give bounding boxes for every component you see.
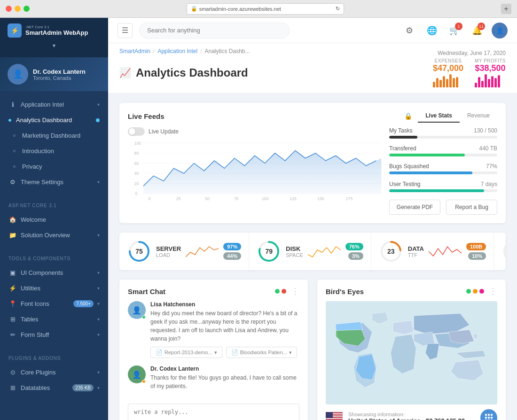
task-item: User Testing 7 days: [389, 181, 497, 192]
live-feeds-card: Live Feeds 🔒 Live Stats Revenue: [119, 103, 506, 223]
sidebar-item-core-plugins[interactable]: ⊙ Core Plugins ▾: [0, 365, 108, 380]
msg-text-2: Thanks for the file! You guys go ahead, …: [150, 373, 299, 390]
svg-rect-32: [326, 418, 343, 419]
sub-indicator: [13, 165, 16, 168]
sidebar-item-introduction[interactable]: Introduction: [0, 143, 108, 159]
maximize-button[interactable]: [24, 6, 30, 12]
live-feeds-title: Live Feeds: [128, 112, 164, 120]
chat-messages: 👤 Lisa Hatchensen Hey did you meet the n…: [119, 301, 308, 404]
page-title: Analytics Dashboard: [136, 66, 248, 79]
sidebar-item-analytics-dashboard[interactable]: Analytics Dashboard: [0, 112, 108, 128]
live-feeds-header: Live Feeds 🔒 Live Stats Revenue: [119, 103, 506, 127]
attachment-report[interactable]: 📄 Report-2013-demo... ▾: [150, 347, 222, 358]
chevron-down-icon: ▾: [97, 102, 100, 107]
online-indicator: [142, 315, 146, 319]
chat-more-button[interactable]: ⋮: [291, 286, 299, 296]
svg-text:50: 50: [205, 196, 210, 201]
main-content: ☰ ⚙ 🌐 🛒 1 🔔 11 👤: [108, 18, 517, 420]
globe-button[interactable]: 🌐: [424, 23, 440, 39]
user-avatar-button[interactable]: 👤: [492, 23, 508, 39]
map-more-button[interactable]: ⋮: [489, 286, 497, 296]
map-header: Bird's Eyes ⋮: [317, 280, 506, 301]
sidebar-item-font-icons[interactable]: 📍 Font Icons 7,500+ ▾: [0, 296, 108, 311]
pdf-icon: 📄: [156, 349, 163, 356]
server-load-circle: 75: [127, 239, 151, 264]
metric-server-load: 75 SERVER LOAD 97% 44%: [119, 233, 249, 270]
card-tabs: Live Stats Revenue: [418, 109, 497, 123]
new-tab-button[interactable]: +: [501, 4, 511, 14]
sidebar-item-marketing-dashboard[interactable]: Marketing Dashboard: [0, 128, 108, 143]
breadcrumb-sep1: /: [153, 48, 155, 54]
chevron-down-icon: ▾: [97, 301, 100, 306]
active-indicator: [96, 118, 100, 122]
refresh-icon[interactable]: ↻: [336, 6, 340, 12]
pdf-icon2: 📄: [231, 349, 238, 356]
svg-text:100: 100: [134, 141, 141, 146]
sidebar-item-privacy[interactable]: Privacy: [0, 159, 108, 174]
profits-chart: [475, 74, 506, 87]
chat-message-1: 👤 Lisa Hatchensen Hey did you meet the n…: [128, 301, 299, 358]
sidebar-item-solution-overview[interactable]: 📁 Solution Overview ▾: [0, 227, 108, 243]
status-dot-pink: [479, 289, 484, 294]
app-container: ⚡ .NET Core 3.1 SmartAdmin WebApp ▾ 👤 Dr…: [0, 18, 517, 420]
sidebar-item-application-intel[interactable]: ℹ Application Intel ▾: [0, 97, 108, 112]
data-badge2: 10%: [468, 252, 486, 260]
grid-apps-button[interactable]: [480, 409, 497, 420]
chat-header: Smart Chat ⋮: [119, 280, 308, 301]
svg-text:0: 0: [149, 196, 151, 201]
svg-text:175: 175: [346, 196, 353, 201]
task-item: Transfered 440 TB: [389, 145, 497, 156]
settings-button[interactable]: ⚙: [401, 23, 417, 39]
reply-input[interactable]: [128, 404, 299, 420]
sub-indicator: [13, 150, 16, 152]
url-bar[interactable]: 🔒 smartadmin-core.azurewebsites.net ↻: [187, 3, 345, 15]
dashboard-body: Live Feeds 🔒 Live Stats Revenue: [108, 93, 517, 420]
sidebar-item-tables[interactable]: ⊞ Tables ▾: [0, 311, 108, 327]
status-dot-orange: [473, 289, 478, 294]
tasks-container: My Tasks 130 / 500 Transfered 440 TB Bug…: [389, 127, 497, 192]
task-item: My Tasks 130 / 500: [389, 127, 497, 139]
sidebar-item-theme-settings[interactable]: ⚙ Theme Settings ▾: [0, 174, 108, 190]
brand-version: .NET Core 3.1: [25, 25, 88, 29]
attachment-bloodworks[interactable]: 📄 Bloodworks Patien... ▾: [226, 347, 297, 358]
gear-icon: ⚙: [8, 179, 17, 186]
sidebar-item-ui-components[interactable]: ▣ UI Components ▾: [0, 265, 108, 280]
chevron-down-icon: ▾: [97, 286, 100, 291]
metric-data-ttf: 23 DATA TTF 100B 10%: [371, 233, 494, 270]
tab-revenue[interactable]: Revenue: [460, 109, 497, 123]
sidebar-collapse-button[interactable]: ▾: [50, 39, 58, 52]
tab-live-stats[interactable]: Live Stats: [418, 109, 460, 123]
action-buttons-row: Generate PDF Report a Bug: [389, 200, 497, 215]
badge-font-icons: 7,500+: [73, 300, 94, 307]
sidebar-item-datatables[interactable]: ⊞ Datatables 235 KB ▾: [0, 380, 108, 396]
chart-area: Live Update: [119, 127, 506, 223]
sidebar-item-form-stuff[interactable]: ✏ Form Stuff ▾: [0, 327, 108, 342]
sidebar-item-utilities[interactable]: ⚡ Utilities ▾: [0, 280, 108, 296]
sidebar-item-welcome[interactable]: 🏠 Welcome: [0, 212, 108, 227]
info-icon: ℹ: [8, 101, 17, 108]
live-update-toggle[interactable]: [128, 127, 145, 136]
components-icon: ▣: [8, 269, 17, 276]
font-icon: 📍: [8, 300, 17, 307]
breadcrumb-smartadmin[interactable]: SmartAdmin: [119, 48, 150, 54]
minimize-button[interactable]: [15, 6, 21, 12]
menu-toggle-button[interactable]: ☰: [118, 23, 133, 38]
chat-reply-area: 😊 📎 Press ENTER to send Reply: [119, 404, 308, 420]
svg-point-26: [504, 242, 506, 261]
online-indicator-2: [142, 380, 146, 383]
breadcrumb-app-intel[interactable]: Application Intel: [157, 48, 197, 54]
search-input[interactable]: [139, 23, 290, 39]
status-dot-red: [282, 289, 286, 294]
sidebar-section-asp: ASP.NET CORE 3.1 🏠 Welcome 📁 Solution Ov…: [0, 195, 108, 249]
active-dot: [8, 119, 11, 122]
data-ttf-circle: 23: [379, 239, 403, 264]
page-header-main: 📈 Analytics Dashboard EXPENSES $47,000: [119, 58, 506, 93]
close-button[interactable]: [6, 6, 12, 12]
generate-pdf-button[interactable]: Generate PDF: [389, 200, 440, 215]
report-bug-button[interactable]: Report a Bug: [446, 200, 497, 215]
brand: ⚡ .NET Core 3.1 SmartAdmin WebApp: [8, 23, 101, 38]
notifications-button[interactable]: 🔔 11: [469, 23, 485, 39]
shopping-badge: 1: [455, 23, 462, 30]
date-display: Wednesday, June 17, 2020: [438, 50, 506, 56]
shopping-button[interactable]: 🛒 1: [446, 23, 462, 39]
